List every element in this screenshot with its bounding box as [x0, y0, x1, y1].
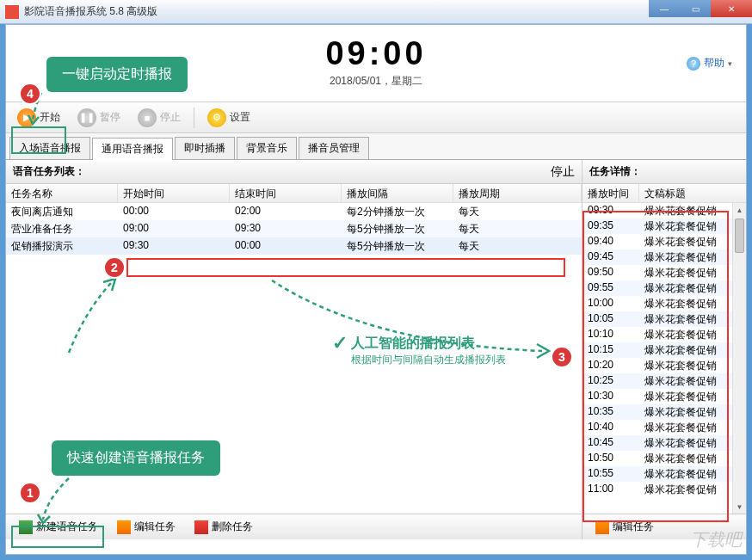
detail-time: 11:00 — [582, 482, 639, 497]
col-doc-title[interactable]: 文稿标题 — [639, 184, 746, 202]
tab-general-broadcast[interactable]: 通用语音播报 — [92, 138, 173, 160]
help-label: 帮助 — [704, 56, 724, 71]
edit-detail-label: 编辑任务 — [613, 520, 654, 534]
task-bottom-toolbar: 新建语音任务 编辑任务 删除任务 — [6, 514, 582, 539]
list-item[interactable]: 10:20爆米花套餐促销 — [582, 358, 746, 373]
table-cell: 营业准备任务 — [6, 220, 118, 237]
detail-title: 爆米花套餐促销 — [639, 420, 746, 435]
list-item[interactable]: 09:40爆米花套餐促销 — [582, 234, 746, 249]
date-display: 2018/05/01，星期二 — [6, 74, 746, 89]
list-item[interactable]: 10:05爆米花套餐促销 — [582, 311, 746, 327]
list-item[interactable]: 09:55爆米花套餐促销 — [582, 280, 746, 296]
content-area: 语音任务列表： 停止 任务名称 开始时间 结束时间 播放间隔 播放周期 夜间离店… — [6, 159, 746, 539]
table-cell: 每天 — [453, 237, 582, 255]
maximize-button[interactable]: ▭ — [680, 0, 711, 17]
table-cell: 09:30 — [118, 237, 230, 255]
col-start-time[interactable]: 开始时间 — [118, 184, 230, 202]
list-item[interactable]: 09:35爆米花套餐促销 — [582, 218, 746, 234]
stop-button[interactable]: ■ 停止 — [130, 105, 188, 131]
edit-detail-button[interactable]: 编辑任务 — [588, 516, 662, 538]
start-button[interactable]: ▶ 开始 — [9, 105, 68, 131]
settings-button[interactable]: ⚙ 设置 — [200, 105, 258, 131]
toolbar: ▶ 开始 ❚❚ 暂停 ■ 停止 ⚙ 设置 — [6, 102, 746, 133]
table-cell: 09:00 — [118, 220, 230, 237]
scroll-up-icon[interactable]: ▲ — [733, 203, 746, 217]
tab-entrance-broadcast[interactable]: 入场语音播报 — [9, 137, 90, 159]
col-end-time[interactable]: 结束时间 — [230, 184, 342, 202]
scroll-thumb[interactable] — [735, 218, 744, 253]
list-item[interactable]: 09:30爆米花套餐促销 — [582, 203, 746, 218]
scroll-down-icon[interactable]: ▼ — [733, 500, 746, 514]
edit-task-button[interactable]: 编辑任务 — [109, 516, 183, 538]
task-detail-header: 任务详情： — [582, 160, 746, 184]
table-cell: 每2分钟播放一次 — [342, 203, 453, 220]
delete-task-button[interactable]: 删除任务 — [187, 516, 261, 538]
detail-scrollbar[interactable]: ▲ ▼ — [732, 203, 746, 514]
list-item[interactable]: 10:45爆米花套餐促销 — [582, 435, 746, 451]
tab-background-music[interactable]: 背景音乐 — [237, 137, 297, 159]
list-item[interactable]: 10:25爆米花套餐促销 — [582, 373, 746, 389]
list-item[interactable]: 10:50爆米花套餐促销 — [582, 451, 746, 466]
task-detail-title: 任务详情： — [589, 164, 641, 179]
detail-title: 爆米花套餐促销 — [639, 389, 746, 404]
delete-task-label: 删除任务 — [212, 520, 253, 534]
help-link[interactable]: ? 帮助 ▾ — [687, 56, 732, 71]
play-icon: ▶ — [17, 108, 36, 127]
list-item[interactable]: 10:00爆米花套餐促销 — [582, 296, 746, 311]
table-cell: 每天 — [453, 203, 582, 220]
detail-title: 爆米花套餐促销 — [639, 265, 746, 280]
detail-title: 爆米花套餐促销 — [639, 435, 746, 451]
detail-time: 09:30 — [582, 203, 639, 218]
app-icon — [5, 5, 19, 19]
edit-task-label: 编辑任务 — [134, 520, 176, 534]
task-list-pane: 语音任务列表： 停止 任务名称 开始时间 结束时间 播放间隔 播放周期 夜间离店… — [6, 160, 582, 539]
col-period[interactable]: 播放周期 — [453, 184, 582, 202]
tab-strip: 入场语音播报 通用语音播报 即时插播 背景音乐 播音员管理 — [6, 133, 746, 159]
list-item[interactable]: 10:40爆米花套餐促销 — [582, 420, 746, 435]
table-row[interactable]: 营业准备任务09:0009:30每5分钟播放一次每天 — [6, 220, 582, 237]
detail-title: 爆米花套餐促销 — [639, 342, 746, 358]
header: 09:00 2018/05/01，星期二 ? 帮助 ▾ — [6, 25, 746, 102]
list-item[interactable]: 10:10爆米花套餐促销 — [582, 327, 746, 342]
table-cell: 00:00 — [230, 237, 342, 255]
list-item[interactable]: 10:55爆米花套餐促销 — [582, 466, 746, 482]
detail-time: 10:40 — [582, 420, 639, 435]
detail-time: 10:05 — [582, 311, 639, 327]
detail-time: 10:30 — [582, 389, 639, 404]
list-item[interactable]: 10:35爆米花套餐促销 — [582, 404, 746, 420]
detail-title: 爆米花套餐促销 — [639, 327, 746, 342]
titlebar: 影院语音播报系统 5.8 高级版 — ▭ ✕ — [0, 0, 752, 24]
table-row[interactable]: 促销播报演示09:3000:00每5分钟播放一次每天 — [6, 237, 582, 255]
close-button[interactable]: ✕ — [711, 0, 752, 17]
table-cell: 00:00 — [118, 203, 230, 220]
list-item[interactable]: 09:45爆米花套餐促销 — [582, 249, 746, 265]
list-item[interactable]: 11:00爆米花套餐促销 — [582, 482, 746, 497]
table-row[interactable]: 夜间离店通知00:0002:00每2分钟播放一次每天 — [6, 203, 582, 220]
minimize-button[interactable]: — — [649, 0, 680, 17]
list-item[interactable]: 10:15爆米花套餐促销 — [582, 342, 746, 358]
table-cell: 促销播报演示 — [6, 237, 118, 255]
list-item[interactable]: 10:30爆米花套餐促销 — [582, 389, 746, 404]
gear-icon: ⚙ — [207, 108, 226, 127]
pause-button[interactable]: ❚❚ 暂停 — [70, 105, 128, 131]
tab-instant-insert[interactable]: 即时插播 — [175, 137, 235, 159]
tab-announcer-manage[interactable]: 播音员管理 — [299, 137, 369, 159]
detail-title: 爆米花套餐促销 — [639, 234, 746, 249]
detail-time: 10:00 — [582, 296, 639, 311]
table-cell: 每5分钟播放一次 — [342, 220, 453, 237]
table-cell: 每5分钟播放一次 — [342, 237, 453, 255]
detail-time: 10:35 — [582, 404, 639, 420]
detail-time: 09:50 — [582, 265, 639, 280]
detail-title: 爆米花套餐促销 — [639, 404, 746, 420]
col-task-name[interactable]: 任务名称 — [6, 184, 118, 202]
detail-title: 爆米花套餐促销 — [639, 451, 746, 466]
detail-time: 10:55 — [582, 466, 639, 482]
col-interval[interactable]: 播放间隔 — [342, 184, 453, 202]
start-label: 开始 — [40, 110, 60, 125]
new-task-button[interactable]: 新建语音任务 — [11, 516, 106, 538]
settings-label: 设置 — [230, 110, 250, 125]
delete-icon — [194, 520, 208, 534]
pause-icon: ❚❚ — [77, 108, 96, 127]
col-play-time[interactable]: 播放时间 — [582, 184, 639, 202]
list-item[interactable]: 09:50爆米花套餐促销 — [582, 265, 746, 280]
